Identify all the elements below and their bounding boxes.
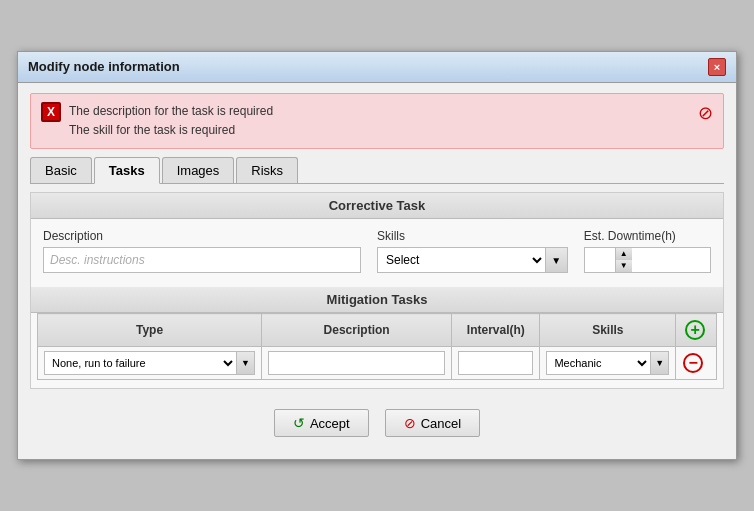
- cancel-label: Cancel: [421, 416, 461, 431]
- remove-row-button[interactable]: −: [682, 352, 704, 374]
- mitigation-table-wrapper: Type Description Interval(h) Skills +: [31, 313, 723, 388]
- cancel-icon: ⊘: [404, 415, 416, 431]
- tab-basic[interactable]: Basic: [30, 157, 92, 183]
- error-text: The description for the task is required…: [69, 102, 690, 140]
- skills-select-btn[interactable]: ▼: [545, 248, 567, 272]
- mitigation-section: Mitigation Tasks Type Description Interv…: [31, 287, 723, 388]
- downtime-input[interactable]: 1+: [585, 248, 615, 272]
- tab-tasks[interactable]: Tasks: [94, 157, 160, 184]
- row-description-input[interactable]: No scheduled: [268, 351, 445, 375]
- corrective-task-form-row: Description Skills Select Mechanic Elect…: [43, 229, 711, 273]
- tab-images[interactable]: Images: [162, 157, 235, 183]
- row-type-select[interactable]: None, run to failure Scheduled Predictiv…: [45, 352, 236, 374]
- downtime-spinner: 1+ ▲ ▼: [584, 247, 711, 273]
- row-interval-input[interactable]: [458, 351, 533, 375]
- error-line-1: The description for the task is required: [69, 102, 690, 121]
- description-input[interactable]: [43, 247, 361, 273]
- row-description-cell: No scheduled: [262, 347, 452, 380]
- col-interval: Interval(h): [452, 314, 540, 347]
- downtime-label: Est. Downtime(h): [584, 229, 711, 243]
- remove-icon: −: [683, 353, 703, 373]
- error-banner: X The description for the task is requir…: [30, 93, 724, 149]
- row-type-select-wrapper: None, run to failure Scheduled Predictiv…: [44, 351, 255, 375]
- row-actions-cell: −: [676, 347, 717, 380]
- dialog: Modify node information × X The descript…: [17, 51, 737, 460]
- col-actions: +: [676, 314, 717, 347]
- accept-button[interactable]: ↺ Accept: [274, 409, 369, 437]
- mitigation-table-body: None, run to failure Scheduled Predictiv…: [38, 347, 717, 380]
- tabs-row: Basic Tasks Images Risks: [30, 157, 724, 184]
- error-line-2: The skill for the task is required: [69, 121, 690, 140]
- spinner-down-btn[interactable]: ▼: [616, 260, 632, 272]
- col-type: Type: [38, 314, 262, 347]
- mitigation-table-head: Type Description Interval(h) Skills +: [38, 314, 717, 347]
- corrective-task-header: Corrective Task: [31, 193, 723, 219]
- add-icon: +: [685, 320, 705, 340]
- mitigation-table: Type Description Interval(h) Skills +: [37, 313, 717, 380]
- col-description: Description: [262, 314, 452, 347]
- table-row: None, run to failure Scheduled Predictiv…: [38, 347, 717, 380]
- accept-label: Accept: [310, 416, 350, 431]
- tab-risks[interactable]: Risks: [236, 157, 298, 183]
- row-skills-select-wrapper: Mechanic Electrician Operator ▼: [546, 351, 669, 375]
- downtime-group: Est. Downtime(h) 1+ ▲ ▼: [584, 229, 711, 273]
- corrective-task-body: Description Skills Select Mechanic Elect…: [31, 219, 723, 283]
- row-type-select-btn[interactable]: ▼: [236, 352, 254, 374]
- row-interval-cell: [452, 347, 540, 380]
- title-bar: Modify node information ×: [18, 52, 736, 83]
- dialog-title: Modify node information: [28, 59, 180, 74]
- skills-label: Skills: [377, 229, 568, 243]
- add-row-button[interactable]: +: [684, 319, 706, 341]
- description-label: Description: [43, 229, 361, 243]
- spinner-buttons: ▲ ▼: [615, 248, 632, 272]
- row-skills-select-btn[interactable]: ▼: [650, 352, 668, 374]
- row-skills-cell: Mechanic Electrician Operator ▼: [540, 347, 676, 380]
- cancel-button[interactable]: ⊘ Cancel: [385, 409, 480, 437]
- skills-select-wrapper: Select Mechanic Electrician Operator ▼: [377, 247, 568, 273]
- mitigation-task-header: Mitigation Tasks: [31, 287, 723, 313]
- accept-icon: ↺: [293, 415, 305, 431]
- col-skills: Skills: [540, 314, 676, 347]
- dialog-body: X The description for the task is requir…: [18, 83, 736, 459]
- row-type-cell: None, run to failure Scheduled Predictiv…: [38, 347, 262, 380]
- error-icon: X: [41, 102, 61, 122]
- mitigation-table-header-row: Type Description Interval(h) Skills +: [38, 314, 717, 347]
- error-dismiss-icon: ⊘: [698, 102, 713, 124]
- description-group: Description: [43, 229, 361, 273]
- content-area: Corrective Task Description Skills Selec…: [30, 192, 724, 389]
- skills-group: Skills Select Mechanic Electrician Opera…: [377, 229, 568, 273]
- row-skills-select[interactable]: Mechanic Electrician Operator: [547, 352, 650, 374]
- footer: ↺ Accept ⊘ Cancel: [30, 397, 724, 449]
- skills-select[interactable]: Select Mechanic Electrician Operator: [378, 248, 545, 272]
- spinner-up-btn[interactable]: ▲: [616, 248, 632, 260]
- close-button[interactable]: ×: [708, 58, 726, 76]
